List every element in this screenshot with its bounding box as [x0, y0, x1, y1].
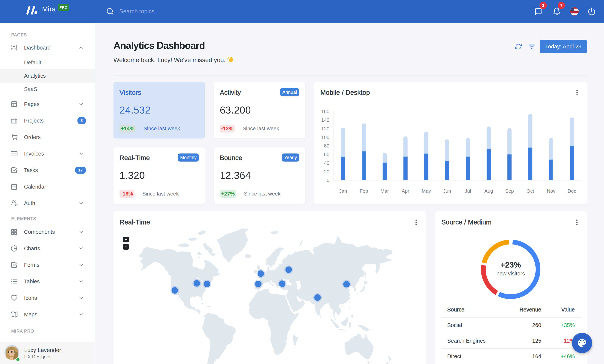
svg-text:20: 20 — [324, 169, 329, 175]
svg-text:0: 0 — [327, 177, 329, 183]
svg-text:May: May — [422, 188, 431, 194]
svg-text:Jun: Jun — [443, 188, 451, 194]
svg-text:Mar: Mar — [380, 188, 389, 194]
svg-text:160: 160 — [321, 109, 329, 114]
svg-text:120: 120 — [321, 126, 329, 132]
svg-text:40: 40 — [324, 160, 329, 166]
svg-text:140: 140 — [321, 117, 329, 123]
svg-text:100: 100 — [321, 135, 329, 140]
svg-text:Jul: Jul — [465, 188, 471, 194]
svg-text:Aug: Aug — [484, 188, 493, 194]
svg-text:60: 60 — [324, 151, 329, 157]
svg-text:Feb: Feb — [360, 188, 368, 194]
svg-text:Dec: Dec — [568, 188, 576, 194]
svg-text:Oct: Oct — [527, 188, 534, 194]
svg-text:Jan: Jan — [339, 188, 347, 194]
svg-text:80: 80 — [324, 143, 329, 149]
svg-text:Nov: Nov — [547, 188, 555, 194]
svg-text:Apr: Apr — [402, 188, 409, 194]
svg-text:Sep: Sep — [505, 188, 514, 194]
